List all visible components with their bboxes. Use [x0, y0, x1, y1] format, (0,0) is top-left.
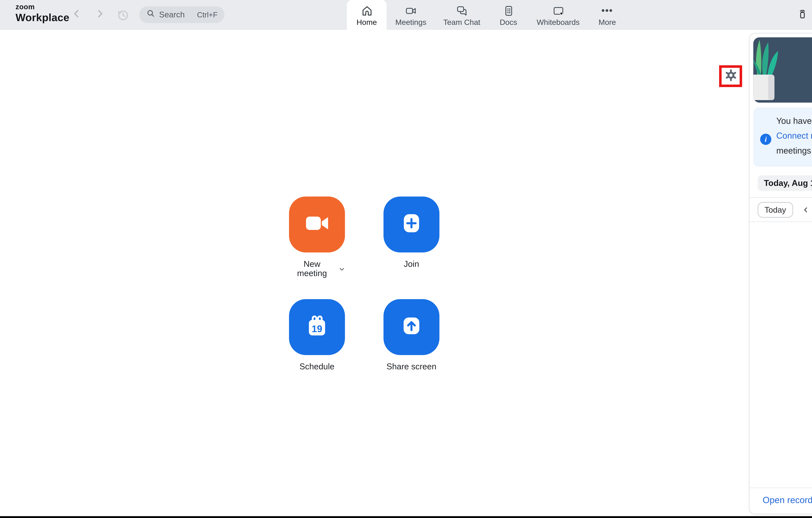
connect-device-button[interactable]: [795, 7, 810, 22]
search-shortcut: Ctrl+F: [197, 10, 218, 19]
zoom-workplace-logo: zoom Workplace: [16, 4, 69, 23]
previous-day-button[interactable]: [802, 206, 809, 213]
ellipsis-icon: •••: [601, 4, 613, 18]
no-meetings-message: No meetings scheduled.: [750, 322, 812, 331]
calendar-connect-banner: i × You haven't connected your calendar …: [753, 108, 812, 167]
schedule-label: Schedule: [299, 362, 335, 371]
screen-bottom-edge: [0, 516, 812, 518]
date-selector-dropdown[interactable]: Today, Aug 17: [758, 175, 812, 191]
settings-button-annotated[interactable]: [719, 65, 742, 87]
calendar-side-panel: ••• 14:48 Sunday, August 17 i × You have…: [749, 33, 812, 514]
banner-line3: meetings and events in one place.: [776, 144, 812, 159]
tab-more[interactable]: ••• More: [588, 0, 627, 30]
tab-label: Docs: [500, 18, 517, 27]
clock-card: ••• 14:48 Sunday, August 17: [753, 37, 812, 103]
plus-icon: [397, 209, 426, 240]
recents-history-button[interactable]: [116, 7, 130, 22]
tab-team-chat[interactable]: Team Chat: [435, 0, 489, 30]
video-camera-icon: [404, 4, 417, 18]
tab-docs[interactable]: Docs: [489, 0, 528, 30]
share-screen-label: Share screen: [386, 362, 436, 371]
schedule-a-meeting-link[interactable]: + Schedule a meeting: [750, 336, 812, 346]
connect-now-link[interactable]: Connect now: [776, 131, 812, 140]
search-placeholder: Search: [159, 10, 185, 19]
home-content: New meeting Join: [0, 30, 749, 516]
home-icon: [360, 4, 373, 18]
tab-home[interactable]: Home: [347, 0, 387, 30]
video-camera-icon: [303, 209, 331, 240]
arrow-up-icon: [397, 311, 426, 343]
svg-text:19: 19: [312, 324, 322, 334]
new-meeting-label: New meeting: [289, 259, 335, 278]
new-meeting-button[interactable]: [289, 196, 345, 252]
logo-workplace: Workplace: [16, 12, 69, 23]
beach-umbrella-illustration: [750, 243, 812, 305]
today-button[interactable]: Today: [758, 202, 793, 217]
join-tile: Join: [383, 196, 439, 269]
title-bar: zoom Workplace: [0, 0, 812, 30]
chevron-left-icon: [71, 9, 81, 21]
schedule-button[interactable]: 19: [289, 299, 345, 355]
nav-forward-button[interactable]: [93, 8, 107, 22]
join-label: Join: [404, 259, 419, 269]
history-clock-icon: [116, 13, 130, 24]
date-selector-label: Today, Aug 17: [764, 179, 812, 188]
tab-meetings[interactable]: Meetings: [387, 0, 435, 30]
chevron-right-icon: [95, 9, 105, 21]
share-screen-button[interactable]: [383, 299, 439, 355]
open-recordings-row: Open recordings: [750, 488, 812, 512]
share-screen-tile: Share screen: [383, 299, 439, 371]
chat-bubbles-icon: [455, 4, 468, 18]
search-icon: [146, 9, 155, 21]
tab-label: Team Chat: [443, 18, 481, 27]
search-input[interactable]: Search Ctrl+F: [139, 6, 224, 23]
join-button[interactable]: [383, 196, 439, 252]
chevron-down-icon[interactable]: [339, 266, 345, 272]
tab-label: Whiteboards: [537, 18, 580, 27]
open-recordings-link[interactable]: Open recordings: [763, 495, 812, 505]
tab-label: Meetings: [395, 18, 426, 27]
calendar-day-view: No meetings scheduled. + Schedule a meet…: [750, 221, 812, 487]
phone-signal-icon: [795, 7, 809, 23]
tab-whiteboards[interactable]: Whiteboards: [528, 0, 588, 30]
gear-icon: [724, 68, 737, 84]
main-tabs: Home Meetings Team Chat Docs: [347, 0, 627, 30]
logo-zoom: zoom: [16, 4, 69, 11]
zoom-workplace-window: zoom Workplace: [0, 0, 812, 518]
calendar-icon: 19: [303, 311, 331, 343]
new-meeting-tile: New meeting: [289, 196, 345, 278]
document-icon: [502, 4, 515, 18]
nav-back-button[interactable]: [70, 8, 83, 22]
schedule-tile: 19 Schedule: [289, 299, 345, 371]
banner-line1: You haven't connected your calendar yet.: [776, 114, 812, 129]
calendar-toolbar: Today ••• +: [750, 198, 812, 221]
tab-label: Home: [356, 18, 377, 27]
whiteboard-icon: [552, 4, 565, 18]
plant-illustration: [753, 37, 782, 103]
info-icon: i: [760, 134, 772, 145]
tab-label: More: [599, 18, 616, 27]
